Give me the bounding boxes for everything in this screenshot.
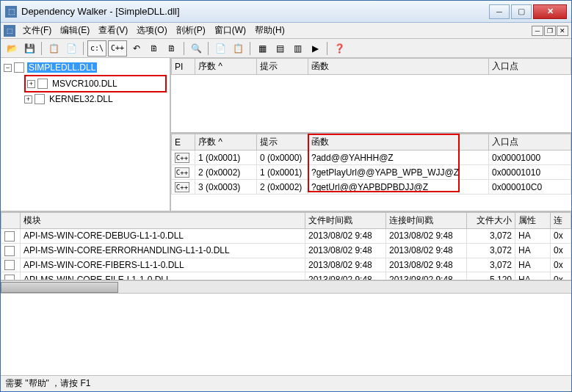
separator <box>327 42 327 55</box>
export-ordinal: 3 (0x0003) <box>195 180 257 195</box>
window-title: Dependency Walker - [SimpleDLL.dll] <box>21 6 489 17</box>
expand-icon[interactable]: + <box>27 80 35 88</box>
tree-root-label[interactable]: SIMPLEDLL.DLL <box>27 62 97 73</box>
col-func[interactable]: 函数 <box>308 59 489 75</box>
module-lt: 2013/08/02 9:48 <box>386 243 467 258</box>
export-func: ?getUrl@@YAPBDPBDJJ@Z <box>308 180 489 195</box>
col-entry[interactable]: 入口点 <box>489 134 571 150</box>
menu-app-icon[interactable]: ⬚ <box>4 25 15 37</box>
log-pane[interactable] <box>1 293 571 375</box>
mdi-controls: ─ ❐ ✕ <box>532 26 568 36</box>
export-func: ?add@@YAHHH@Z <box>308 150 489 165</box>
menu-options[interactable]: 选项(O) <box>132 23 171 38</box>
export-row[interactable]: C++ 1 (0x0001) 0 (0x0000) ?add@@YAHHH@Z … <box>172 150 571 165</box>
syscmd-button[interactable]: 🗎 <box>164 40 180 57</box>
tree-child[interactable]: + MSVCR100.DLL <box>27 77 164 90</box>
col-ordinal[interactable]: 序数 ^ <box>195 134 257 150</box>
menu-window[interactable]: 窗口(W) <box>210 23 250 38</box>
col-hint[interactable]: 提示 <box>257 59 308 75</box>
col-module[interactable]: 模块 <box>21 213 305 229</box>
module-header-row: 模块 文件时间戳 连接时间戳 文件大小 属性 连 <box>1 213 571 229</box>
menu-file[interactable]: 文件(F) <box>18 23 56 38</box>
config1-button[interactable]: 📄 <box>212 40 228 57</box>
titlebar[interactable]: ⬚ Dependency Walker - [SimpleDLL.dll] ─ … <box>1 1 571 23</box>
export-icon: C++ <box>172 165 195 180</box>
module-table: 模块 文件时间戳 连接时间戳 文件大小 属性 连 API-MS-WIN-CORE… <box>1 212 571 280</box>
col-linktime[interactable]: 连接时间戳 <box>386 213 467 229</box>
exports-pane[interactable]: E 序数 ^ 提示 函数 入口点 C++ 1 (0x0001) 0 (0x000… <box>171 134 571 211</box>
collapse-icon[interactable]: − <box>4 64 12 72</box>
export-hint: 0 (0x0000) <box>257 150 308 165</box>
module-lt: 2013/08/02 9:48 <box>386 258 467 272</box>
maximize-button[interactable]: ▢ <box>511 4 532 19</box>
autoexpand-button[interactable]: 📄 <box>63 40 79 57</box>
upper-panes: − SIMPLEDLL.DLL + MSVCR100.DLL + KER <box>1 58 571 212</box>
col-filetime[interactable]: 文件时间戳 <box>305 213 386 229</box>
imports-pane[interactable]: PI 序数 ^ 提示 函数 入口点 <box>171 58 571 134</box>
export-entry: 0x00001000 <box>489 150 571 165</box>
cascade-button[interactable]: ▦ <box>254 40 270 57</box>
open-button[interactable]: 📂 <box>4 40 20 57</box>
undecorate-button[interactable]: C++ <box>108 40 127 57</box>
col-ordinal[interactable]: 序数 ^ <box>195 59 257 75</box>
module-hscrollbar[interactable] <box>1 280 571 293</box>
tileh-button[interactable]: ▤ <box>272 40 288 57</box>
module-row[interactable]: API-MS-WIN-CORE-ERRORHANDLING-L1-1-0.DLL… <box>1 243 571 258</box>
profile-button[interactable]: ▶ <box>307 40 323 57</box>
module-size: 3,072 <box>467 229 515 244</box>
minimize-button[interactable]: ─ <box>489 4 510 19</box>
about-button[interactable]: ❓ <box>331 40 347 57</box>
copy-button[interactable]: 📋 <box>46 40 62 57</box>
module-attr: HA <box>515 272 551 280</box>
lookup-button[interactable]: 🔍 <box>188 40 204 57</box>
fullpaths-button[interactable]: c:\ <box>87 40 106 57</box>
module-linker: 0x <box>551 258 571 272</box>
menubar: ⬚ 文件(F) 编辑(E) 查看(V) 选项(O) 剖析(P) 窗口(W) 帮助… <box>1 23 571 39</box>
toggle1-button[interactable]: ↶ <box>128 40 145 57</box>
export-row[interactable]: C++ 2 (0x0002) 1 (0x0001) ?getPlayUrl@@Y… <box>172 165 571 180</box>
tree-child-label[interactable]: MSVCR100.DLL <box>51 79 119 89</box>
menu-help[interactable]: 帮助(H) <box>250 23 289 38</box>
col-linker[interactable]: 连 <box>551 213 571 229</box>
tree-child-label[interactable]: KERNEL32.DLL <box>48 94 115 104</box>
menu-edit[interactable]: 编辑(E) <box>56 23 94 38</box>
main-window: ⬚ Dependency Walker - [SimpleDLL.dll] ─ … <box>0 0 572 392</box>
dependency-tree[interactable]: − SIMPLEDLL.DLL + MSVCR100.DLL + KER <box>1 58 171 211</box>
exports-table: E 序数 ^ 提示 函数 入口点 C++ 1 (0x0001) 0 (0x000… <box>171 134 571 195</box>
config2-button[interactable]: 📋 <box>230 40 246 57</box>
save-button[interactable]: 💾 <box>21 40 37 57</box>
module-attr: HA <box>515 243 551 258</box>
col-attr[interactable]: 属性 <box>515 213 551 229</box>
tilev-button[interactable]: ▥ <box>289 40 305 57</box>
module-size: 3,072 <box>467 258 515 272</box>
close-button[interactable]: ✕ <box>533 4 567 19</box>
mdi-close-button[interactable]: ✕ <box>557 26 568 36</box>
col-e[interactable]: E <box>172 134 195 150</box>
cpp-icon: C++ <box>175 167 189 178</box>
module-list-pane[interactable]: 模块 文件时间戳 连接时间戳 文件大小 属性 连 API-MS-WIN-CORE… <box>1 212 571 280</box>
tree-root[interactable]: − SIMPLEDLL.DLL <box>4 61 167 74</box>
scroll-thumb[interactable] <box>1 282 118 293</box>
col-icon[interactable] <box>1 213 21 229</box>
menu-view[interactable]: 查看(V) <box>94 23 132 38</box>
mdi-minimize-button[interactable]: ─ <box>532 26 543 36</box>
cpp-icon: C++ <box>175 153 189 163</box>
col-func[interactable]: 函数 <box>308 134 489 150</box>
module-row[interactable]: API-MS-WIN-CORE-FILE-L1-1-0.DLL 2013/08/… <box>1 272 571 280</box>
module-row[interactable]: API-MS-WIN-CORE-FIBERS-L1-1-0.DLL 2013/0… <box>1 258 571 272</box>
module-icon-cell <box>1 258 21 272</box>
module-row[interactable]: API-MS-WIN-CORE-DEBUG-L1-1-0.DLL 2013/08… <box>1 229 571 244</box>
scroll-track[interactable] <box>1 282 571 293</box>
properties-button[interactable]: 🗎 <box>146 40 162 57</box>
col-hint[interactable]: 提示 <box>257 134 308 150</box>
module-name: API-MS-WIN-CORE-FIBERS-L1-1-0.DLL <box>21 258 305 272</box>
export-row[interactable]: C++ 3 (0x0003) 2 (0x0002) ?getUrl@@YAPBD… <box>172 180 571 195</box>
col-filesize[interactable]: 文件大小 <box>467 213 515 229</box>
mdi-restore-button[interactable]: ❐ <box>544 26 556 36</box>
tree-child[interactable]: + KERNEL32.DLL <box>24 92 167 106</box>
col-entry[interactable]: 入口点 <box>489 59 571 75</box>
menu-profile[interactable]: 剖析(P) <box>172 23 210 38</box>
expand-icon[interactable]: + <box>24 95 32 104</box>
module-linker: 0x <box>551 272 571 280</box>
col-pi[interactable]: PI <box>172 59 195 75</box>
